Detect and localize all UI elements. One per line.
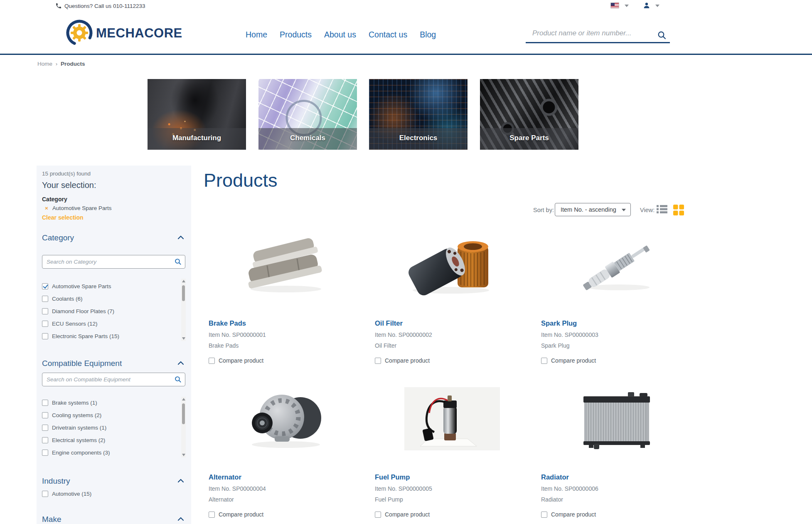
list-view-icon[interactable] (657, 205, 667, 214)
section-header-compatible-equipment[interactable]: Compatible Equipment (42, 359, 186, 368)
checkbox[interactable] (42, 333, 48, 339)
filter-option[interactable]: Electrical systems (2) (42, 437, 105, 443)
scroll-up-icon[interactable] (182, 280, 185, 282)
sort-dropdown[interactable]: Item No. - ascending (555, 203, 631, 216)
filter-option[interactable]: Electronic Spare Parts (15) (42, 333, 119, 339)
product-image-brake-pads[interactable] (238, 233, 334, 297)
checkbox[interactable] (42, 296, 48, 302)
checkbox-checked[interactable] (42, 283, 48, 289)
scroll-down-icon[interactable] (182, 454, 185, 456)
section-header-make[interactable]: Make (42, 515, 186, 524)
product-image-oil-filter[interactable] (404, 233, 500, 297)
breadcrumb-separator: › (56, 61, 58, 67)
compare-product[interactable]: Compare product (375, 357, 430, 364)
product-image-alternator[interactable] (238, 387, 334, 450)
filter-option[interactable]: Drivetrain systems (1) (42, 425, 106, 431)
banner-label: Electronics (369, 134, 468, 142)
language-flag-us[interactable] (611, 3, 619, 8)
compare-label: Compare product (385, 357, 430, 364)
product-name-link[interactable]: Spark Plug (541, 319, 577, 327)
checkbox[interactable] (42, 425, 48, 431)
chevron-up-icon[interactable] (177, 517, 184, 521)
compare-checkbox[interactable] (541, 512, 547, 518)
product-image-fuel-pump[interactable] (404, 387, 500, 450)
compare-checkbox[interactable] (209, 512, 215, 518)
banner-electronics[interactable]: Electronics (369, 79, 468, 150)
equipment-search-input[interactable] (42, 373, 185, 386)
section-header-industry[interactable]: Industry (42, 477, 186, 486)
nav-contact-us[interactable]: Contact us (369, 30, 407, 40)
checkbox[interactable] (42, 308, 48, 314)
search-icon[interactable] (657, 31, 667, 40)
banner-chemicals[interactable]: Chemicals (258, 79, 357, 150)
account-caret-icon[interactable] (655, 5, 659, 7)
search-icon[interactable] (175, 376, 182, 383)
scroll-up-icon[interactable] (182, 398, 185, 400)
filter-option[interactable]: Coolants (6) (42, 296, 83, 302)
checkbox[interactable] (42, 400, 48, 406)
banner-manufacturing[interactable]: Manufacturing (148, 79, 246, 150)
compare-product[interactable]: Compare product (209, 357, 263, 364)
filter-option[interactable]: ECU Sensors (12) (42, 321, 98, 327)
compare-checkbox[interactable] (375, 358, 381, 364)
grid-view-icon[interactable] (673, 205, 684, 215)
clear-selection-link[interactable]: Clear selection (42, 214, 84, 221)
product-name-link[interactable]: Brake Pads (209, 319, 246, 327)
equipment-scrollbar[interactable] (181, 397, 186, 457)
section-title: Category (42, 233, 74, 242)
category-scrollbar[interactable] (181, 279, 186, 341)
page-title: Products (204, 170, 278, 191)
compare-product[interactable]: Compare product (541, 511, 596, 518)
filter-label: Brake systems (1) (52, 400, 97, 406)
checkbox[interactable] (42, 491, 48, 497)
checkbox[interactable] (42, 412, 48, 418)
filter-option[interactable]: Automotive (15) (42, 491, 91, 497)
scrollbar-thumb[interactable] (182, 285, 185, 301)
user-account-icon[interactable] (643, 2, 650, 9)
compare-product[interactable]: Compare product (375, 511, 430, 518)
chevron-up-icon[interactable] (177, 235, 184, 240)
product-name-link[interactable]: Alternator (209, 473, 241, 481)
category-search-input[interactable] (42, 255, 185, 269)
filter-option[interactable]: Brake systems (1) (42, 400, 97, 406)
nav-about-us[interactable]: About us (324, 30, 356, 40)
compare-checkbox[interactable] (375, 512, 381, 518)
compare-product[interactable]: Compare product (541, 357, 596, 364)
nav-blog[interactable]: Blog (420, 30, 436, 40)
header-search-input[interactable] (526, 27, 670, 43)
filter-option[interactable]: Engine components (3) (42, 450, 110, 456)
compare-checkbox[interactable] (541, 358, 547, 364)
product-name-link[interactable]: Radiator (541, 473, 569, 481)
nav-home[interactable]: Home (246, 30, 267, 40)
checkbox[interactable] (42, 437, 48, 443)
checkbox[interactable] (42, 321, 48, 327)
filter-sidebar: 15 product(s) found Your selection: Cate… (37, 166, 191, 524)
brand-name: MECHACORE (96, 26, 182, 41)
filter-option[interactable]: Automotive Spare Parts (42, 283, 111, 289)
scroll-down-icon[interactable] (182, 337, 185, 340)
product-image-spark-plug[interactable] (571, 233, 666, 297)
filter-label: Cooling systems (2) (52, 412, 101, 418)
compare-checkbox[interactable] (209, 358, 215, 364)
flag-canton (611, 3, 615, 6)
chevron-up-icon[interactable] (177, 479, 184, 483)
scrollbar-thumb[interactable] (182, 403, 185, 424)
compare-product[interactable]: Compare product (209, 511, 263, 518)
remove-filter-icon[interactable]: × (45, 205, 48, 211)
checkbox[interactable] (42, 450, 48, 456)
nav-products[interactable]: Products (280, 30, 312, 40)
brand-logo[interactable]: MECHACORE (64, 17, 197, 47)
section-header-category[interactable]: Category (42, 233, 186, 242)
search-icon[interactable] (175, 258, 182, 265)
filter-label: Automotive (15) (52, 491, 91, 497)
language-caret-icon[interactable] (625, 5, 629, 7)
filter-option[interactable]: Cooling systems (2) (42, 412, 101, 418)
product-name-link[interactable]: Fuel Pump (375, 473, 410, 481)
banner-spare-parts[interactable]: Spare Parts (480, 79, 578, 150)
product-image-radiator[interactable] (571, 387, 666, 450)
breadcrumb-home[interactable]: Home (37, 61, 52, 67)
filter-option[interactable]: Diamond Floor Plates (7) (42, 308, 114, 314)
product-name-link[interactable]: Oil Filter (375, 319, 403, 327)
selected-filter: × Automotive Spare Parts (42, 205, 111, 211)
chevron-up-icon[interactable] (177, 361, 184, 365)
